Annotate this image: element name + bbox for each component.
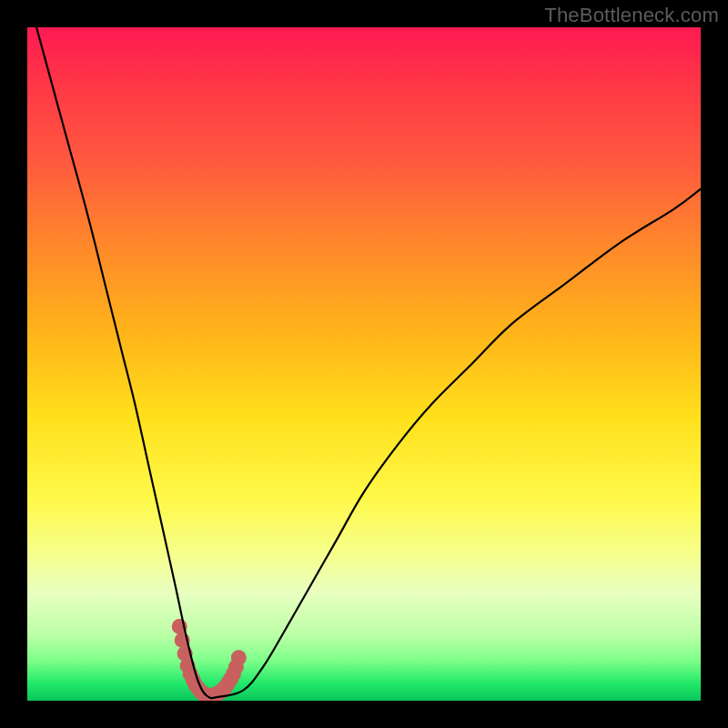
bottleneck-curve-path [27,27,701,698]
watermark-text: TheBottleneck.com [544,4,719,27]
optimal-marker-dot [228,660,244,675]
curve-svg [27,27,701,701]
optimal-marker-points [172,619,247,701]
chart-frame: TheBottleneck.com [0,0,728,728]
plot-area [27,27,701,701]
